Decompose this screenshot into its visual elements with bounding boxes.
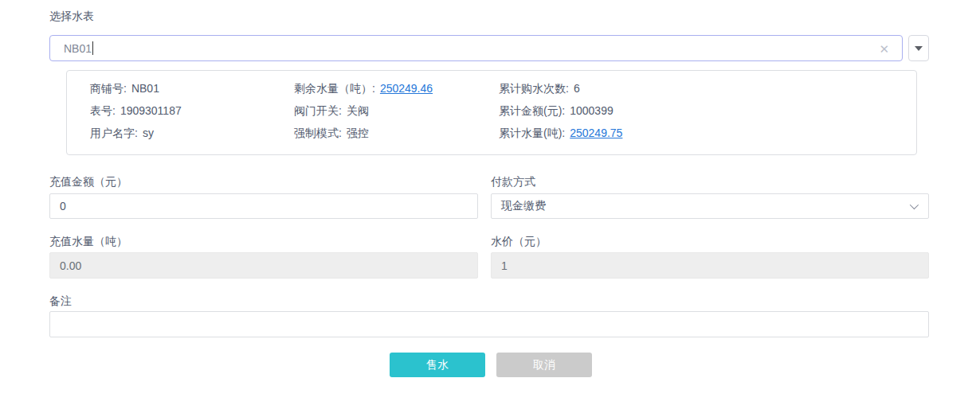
- info-item-total-amount: 累计金额(元):1000399: [499, 99, 916, 122]
- info-item-valve-switch: 阀门开关:关阀: [294, 99, 499, 122]
- total-water-link[interactable]: 250249.75: [570, 127, 622, 139]
- remaining-water-link[interactable]: 250249.46: [380, 82, 433, 95]
- info-label: 剩余水量（吨）:: [294, 82, 375, 95]
- water-price-input: 1: [491, 252, 929, 279]
- payment-method-label: 付款方式: [491, 173, 535, 189]
- payment-method-value: 现金缴费: [501, 199, 546, 213]
- info-value: NB01: [131, 82, 159, 95]
- remark-label: 备注: [49, 293, 72, 309]
- info-label: 表号:: [90, 104, 116, 117]
- meter-info-panel: 商铺号:NB01 剩余水量（吨）:250249.46 累计购水次数:6 表号:1…: [66, 70, 917, 155]
- payment-method-select[interactable]: 现金缴费: [491, 193, 929, 219]
- remark-input[interactable]: [49, 311, 929, 337]
- info-item-force-mode: 强制模式:强控: [294, 122, 499, 144]
- info-item-total-water: 累计水量(吨):250249.75: [499, 122, 916, 144]
- info-label: 累计购水次数:: [499, 82, 569, 95]
- water-price-label: 水价（元）: [491, 233, 547, 249]
- meter-select-input[interactable]: NB01 ✕: [49, 35, 903, 61]
- meter-dropdown-button[interactable]: [908, 35, 929, 61]
- text-caret: [92, 41, 93, 55]
- info-value: 关阀: [347, 104, 369, 117]
- recharge-water-value: 0.00: [60, 259, 81, 272]
- recharge-water-label: 充值水量（吨）: [49, 233, 127, 249]
- info-item-user-name: 用户名字:sy: [90, 122, 294, 144]
- info-label: 阀门开关:: [294, 104, 342, 117]
- meter-select-label: 选择水表: [49, 8, 94, 24]
- info-label: 用户名字:: [90, 127, 138, 139]
- clear-icon[interactable]: ✕: [879, 42, 889, 54]
- cancel-button[interactable]: 取消: [496, 353, 592, 377]
- recharge-amount-input[interactable]: [49, 193, 478, 219]
- chevron-down-icon: [910, 201, 919, 209]
- water-price-value: 1: [501, 259, 508, 272]
- sell-water-form: 选择水表 NB01 ✕ 商铺号:NB01 剩余水量（吨）:250249.46 累…: [0, 0, 980, 417]
- info-label: 商铺号:: [90, 82, 127, 95]
- recharge-water-input: 0.00: [49, 252, 478, 279]
- meter-select-value: NB01: [64, 42, 92, 55]
- info-value: 1909301187: [120, 104, 182, 117]
- info-label: 累计水量(吨):: [499, 127, 565, 139]
- info-item-purchase-count: 累计购水次数:6: [499, 77, 916, 99]
- info-item-meter-no: 表号:1909301187: [90, 99, 294, 122]
- info-label: 累计金额(元):: [499, 104, 565, 117]
- info-label: 强制模式:: [294, 127, 342, 139]
- info-item-remaining-water: 剩余水量（吨）:250249.46: [294, 77, 499, 99]
- caret-down-icon: [915, 46, 923, 51]
- info-value: 6: [574, 82, 580, 95]
- info-value: 1000399: [570, 104, 613, 117]
- info-value: sy: [143, 127, 154, 139]
- info-value: 强控: [347, 127, 369, 139]
- info-item-shop-no: 商铺号:NB01: [90, 77, 294, 99]
- recharge-amount-label: 充值金额（元）: [49, 173, 127, 189]
- sell-water-button[interactable]: 售水: [390, 353, 485, 377]
